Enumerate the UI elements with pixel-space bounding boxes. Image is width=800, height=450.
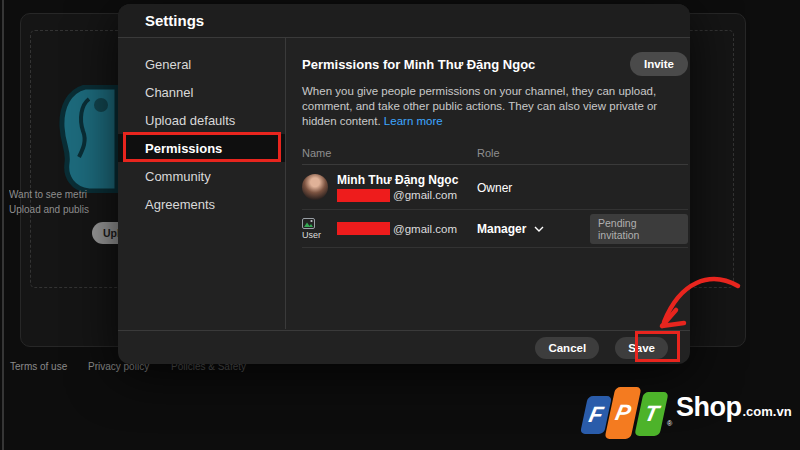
chevron-down-icon <box>534 226 544 232</box>
dialog-footer: Cancel Save <box>118 330 690 364</box>
dialog-header: Settings <box>118 4 690 38</box>
status-badge: Pending invitation <box>590 214 688 244</box>
dashboard-empty-state-text: Want to see metri Upload and publis <box>9 187 119 217</box>
empty-state-line2: Upload and publis <box>9 202 119 217</box>
sidebar-item-agreements[interactable]: Agreements <box>118 190 285 218</box>
permissions-panel: Permissions for Minh Thư Đặng Ngọc Invit… <box>286 38 690 329</box>
save-button[interactable]: Save <box>615 337 668 359</box>
sidebar-item-community[interactable]: Community <box>118 162 285 190</box>
sidebar-item-channel[interactable]: Channel <box>118 78 285 106</box>
logo-suffix-text: .com.vn <box>743 404 792 419</box>
column-header-role: Role <box>477 147 590 159</box>
fpt-letter-t: T <box>634 392 668 436</box>
member-name: Minh Thư Đặng Ngọc <box>337 173 458 187</box>
learn-more-link[interactable]: Learn more <box>384 115 443 127</box>
logo-brand-text: Shop <box>676 392 742 423</box>
email-domain: @gmail.com <box>393 189 457 201</box>
permissions-table: Name Role Minh Thư Đặng Ngọc @gmail.com <box>302 141 688 248</box>
invite-button[interactable]: Invite <box>630 52 688 76</box>
settings-sidebar: General Channel Upload defaults Permissi… <box>118 38 286 329</box>
upload-illustration <box>55 85 119 193</box>
broken-image-icon <box>302 218 315 229</box>
empty-state-line1: Want to see metri <box>9 187 119 202</box>
fpt-shop-logo: F P T ® Shop .com.vn <box>578 382 793 442</box>
redacted-email-box <box>337 189 390 202</box>
cancel-button[interactable]: Cancel <box>535 337 599 359</box>
sidebar-item-general[interactable]: General <box>118 50 285 78</box>
table-header: Name Role <box>302 141 688 165</box>
role-value: Owner <box>477 181 512 195</box>
member-name: User <box>302 230 321 240</box>
dialog-title: Settings <box>145 12 204 29</box>
table-row: Minh Thư Đặng Ngọc @gmail.com Owner <box>302 165 688 210</box>
avatar <box>302 174 328 200</box>
settings-dialog: Settings General Channel Upload defaults… <box>118 4 690 364</box>
sidebar-item-upload-defaults[interactable]: Upload defaults <box>118 106 285 134</box>
role-value: Manager <box>477 222 526 236</box>
email-domain: @gmail.com <box>393 223 457 235</box>
avatar: User <box>302 218 328 240</box>
sidebar-item-permissions[interactable]: Permissions <box>118 134 285 162</box>
redacted-email-box <box>337 222 390 235</box>
description-text: When you give people permissions on your… <box>302 85 657 127</box>
table-row: User @gmail.com Manager <box>302 210 688 248</box>
role-dropdown[interactable]: Manager <box>477 222 590 236</box>
permissions-description: When you give people permissions on your… <box>302 84 688 129</box>
column-header-name: Name <box>302 147 477 159</box>
permissions-heading: Permissions for Minh Thư Đặng Ngọc <box>302 57 535 72</box>
footer-link-terms[interactable]: Terms of use <box>10 361 67 372</box>
registered-mark: ® <box>667 420 672 427</box>
window-left-edge <box>2 0 4 450</box>
